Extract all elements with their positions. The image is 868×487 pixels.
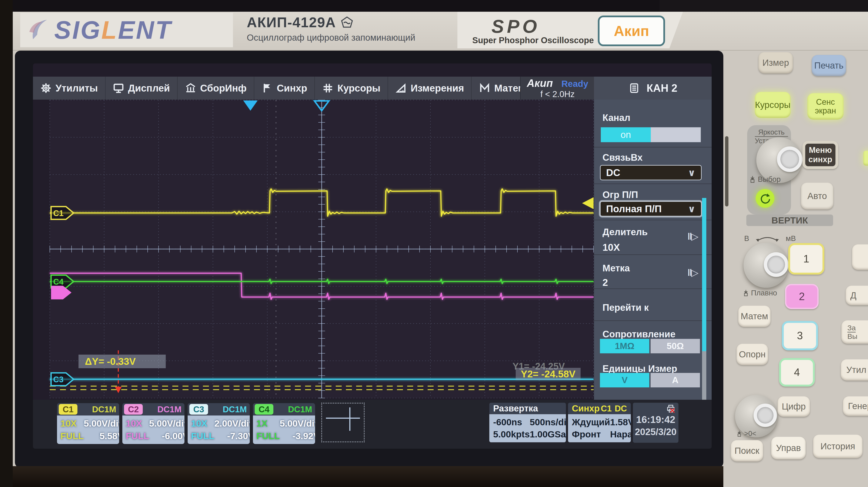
digital-button[interactable]: Цифр <box>778 396 810 417</box>
timebase-status[interactable]: Развертка -600ns500ns/div 5.00kpts1.00GS… <box>489 403 566 442</box>
screen: Утилиты Дисплей СборИнф С <box>33 63 712 449</box>
math-icon <box>479 82 490 94</box>
oscilloscope: SIGLENT АКИП-4129А Осциллограф цифровой … <box>0 0 868 487</box>
units-v-button[interactable]: V <box>600 373 649 387</box>
model-subtitle: Осциллограф цифровой запоминающий <box>247 33 415 43</box>
impedance-50-button[interactable]: 50Ω <box>651 339 700 353</box>
channel-on-label: Канал <box>602 112 630 123</box>
channel-position-marker[interactable] <box>51 286 71 299</box>
fine-label: Плавно <box>743 288 777 297</box>
monitor-icon <box>113 82 124 94</box>
screen-bezel: Утилиты Дисплей СборИнф С <box>15 51 723 468</box>
date: 2025/3/20 <box>633 427 678 437</box>
gear-icon <box>40 82 52 94</box>
print-button[interactable]: Печать <box>812 55 846 76</box>
divider <box>594 320 712 321</box>
printer-disabled-icon <box>665 404 676 414</box>
units-a-button[interactable]: A <box>651 373 700 387</box>
tag-label: Метка <box>602 263 630 274</box>
siglent-swoosh-icon <box>27 16 54 44</box>
coupling-dropdown[interactable]: DC ∨ <box>600 165 702 180</box>
akip-badge: Акип <box>598 16 665 46</box>
expand-icon[interactable]: ‖▷ <box>687 231 698 242</box>
channel3-status[interactable]: C3DC1M 10X2.00V/div FULL-7.30V <box>188 403 250 444</box>
menu-utilities[interactable]: Утилиты <box>33 77 105 100</box>
vertical-section-label: ВЕРТИК <box>746 215 833 226</box>
impedance-label: Сопротивление <box>602 329 676 339</box>
siglent-sticker: SIGLENT <box>20 13 233 47</box>
reference-button[interactable]: Опорн <box>737 344 768 365</box>
partial-display-button[interactable]: Д <box>846 286 868 305</box>
trigger-delay-marker[interactable] <box>243 100 258 111</box>
status-box: Акип Ready f < 2.0Hz <box>520 77 594 100</box>
model-block: АКИП-4129А Осциллограф цифровой запомина… <box>247 14 415 43</box>
bandwidth-label: Огр П/П <box>602 189 638 200</box>
measurement-drop-zone[interactable] <box>321 403 365 442</box>
coupling-label: СвязьВх <box>602 152 643 163</box>
search-button[interactable]: Поиск <box>731 440 763 461</box>
navigate-button[interactable]: Управ <box>771 437 806 459</box>
channel1-status[interactable]: C1DC1M 10X5.00V/div FULL5.58V <box>57 403 119 444</box>
channel2-status[interactable]: C2DC1M 10X5.00V/div FULL-6.00V <box>122 403 184 444</box>
measure-button[interactable]: Измер <box>758 52 793 73</box>
cursors-icon <box>322 82 334 94</box>
partial-button[interactable] <box>852 244 868 270</box>
siglent-logo: SIGLENT <box>54 16 172 44</box>
menu-trigger[interactable]: Синхр <box>254 77 315 100</box>
partial-lit-button[interactable] <box>863 151 868 165</box>
bandwidth-dropdown[interactable]: Полная П/П ∨ <box>600 201 702 216</box>
spo-logo: SPO <box>491 16 540 37</box>
model-name: АКИП-4129А <box>247 14 336 30</box>
partial-record-button[interactable]: ЗаВы <box>841 320 868 344</box>
status-frequency: f < 2.0Hz <box>521 89 594 99</box>
channel-position-label: C1 <box>53 209 64 218</box>
approval-mark-icon <box>341 16 353 29</box>
channel4-status[interactable]: C4DC1M 1X5.00V/div FULL-3.92V <box>253 403 315 444</box>
channel3-button[interactable]: 3 <box>782 321 818 351</box>
channel1-button[interactable]: 1 <box>788 243 825 275</box>
math-button[interactable]: Матем <box>738 306 771 327</box>
list-icon <box>628 82 640 94</box>
horizontal-position-knob-cap[interactable] <box>753 403 777 427</box>
cursors-button[interactable]: Курсоры <box>755 92 790 118</box>
menu-acquire[interactable]: СборИнф <box>178 77 254 100</box>
trigger-menu-button[interactable]: Менюсинхр <box>803 141 838 169</box>
channel2-button[interactable]: 2 <box>785 284 819 309</box>
waveform-display[interactable]: C1C4C3 ΔY= -0.33V Y1= -24.25V Y2= -24.58… <box>50 100 594 398</box>
impedance-1m-button[interactable]: 1MΩ <box>600 339 649 353</box>
scroll-indicator[interactable] <box>702 198 706 351</box>
partial-generator-button[interactable]: Генерат <box>843 396 868 416</box>
units-segment: V A <box>600 373 700 387</box>
crosshair-icon <box>349 407 350 431</box>
volts-scale-label: B мВ <box>744 234 796 243</box>
status-state: Ready <box>561 79 588 89</box>
units-label: Единицы Измер <box>602 363 677 374</box>
history-button[interactable]: История <box>813 435 863 458</box>
menu-measure[interactable]: Измерения <box>388 77 472 100</box>
vertical-scale-knob-cap[interactable] <box>764 252 788 277</box>
vent-slot <box>725 136 728 207</box>
crosshair-icon <box>326 418 360 419</box>
clock: 16:19:42 2025/3/20 <box>633 403 678 443</box>
divider <box>594 220 712 220</box>
measure-icon <box>395 82 407 94</box>
branding-band: SIGLENT АКИП-4129А Осциллограф цифровой … <box>13 12 868 51</box>
trigger-status[interactable]: Синхр C1DC Ждущий1.58V ФронтНараст <box>568 403 631 442</box>
chevron-down-icon: ∨ <box>688 204 695 214</box>
table-shadow <box>0 466 723 487</box>
goto-label[interactable]: Перейти к <box>602 302 649 313</box>
expand-icon[interactable]: ‖▷ <box>687 267 698 278</box>
partial-utility-button[interactable]: Утил <box>841 359 868 381</box>
channel-toggle[interactable]: on <box>601 127 701 142</box>
menu-cursors[interactable]: Курсоры <box>315 77 388 100</box>
channel4-button[interactable]: 4 <box>779 358 815 387</box>
default-setup-button[interactable] <box>756 189 774 208</box>
trigger-level-marker[interactable] <box>582 197 594 209</box>
menu-display[interactable]: Дисплей <box>105 77 178 100</box>
probe-label: Делитель <box>602 227 648 237</box>
waveform-svg: C1C4C3 <box>50 100 594 398</box>
auto-setup-button[interactable]: Авто <box>801 183 833 209</box>
touchscreen-button[interactable]: Сенсэкран <box>807 93 843 120</box>
side-panel-title: КАН 2 <box>594 77 712 100</box>
intensity-knob-cap[interactable] <box>777 147 803 172</box>
